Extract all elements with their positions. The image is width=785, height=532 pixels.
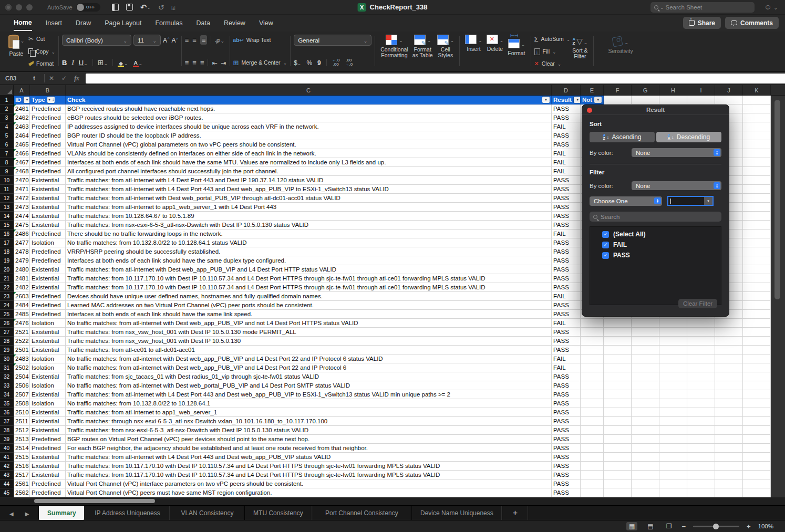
- cell-empty[interactable]: [743, 390, 771, 399]
- column-header-J[interactable]: J: [715, 85, 743, 95]
- copy-button[interactable]: Copy: [28, 47, 55, 56]
- row-number-28[interactable]: 28: [0, 337, 14, 346]
- align-bottom-button[interactable]: [200, 35, 208, 45]
- cell-result[interactable]: PASS: [552, 212, 581, 221]
- cell-result[interactable]: PASS: [552, 381, 581, 390]
- filter-value-combobox[interactable]: [667, 196, 714, 206]
- comma-format-button[interactable]: [317, 58, 321, 67]
- conditional-formatting-button[interactable]: Conditional Formatting: [378, 34, 410, 68]
- cell-type[interactable]: Predefined: [30, 310, 66, 319]
- delete-cells-button[interactable]: Delete: [484, 34, 506, 68]
- cell-id[interactable]: 2504: [14, 372, 30, 381]
- zoom-level[interactable]: 100%: [758, 523, 773, 529]
- cell-empty[interactable]: [659, 426, 687, 435]
- cell-empty[interactable]: [604, 319, 632, 328]
- filter-option-pass[interactable]: PASS: [590, 250, 721, 260]
- cell-result[interactable]: PASS: [552, 462, 581, 471]
- cell-empty[interactable]: [715, 488, 743, 497]
- cell-empty[interactable]: [604, 408, 632, 417]
- row-number-21[interactable]: 21: [0, 274, 14, 283]
- cell-type[interactable]: Predefined: [30, 230, 66, 238]
- cell-result[interactable]: FAIL: [552, 363, 581, 372]
- increase-indent-button[interactable]: [221, 58, 226, 67]
- row-number-36[interactable]: 36: [0, 408, 14, 417]
- cell-check[interactable]: Traffic matches: from 10.117.170.10 with…: [66, 462, 552, 471]
- cell-check[interactable]: Traffic matches: through nsx-esxi-6-5-3_…: [66, 417, 552, 426]
- cell-result[interactable]: PASS: [552, 185, 581, 194]
- cell-empty[interactable]: [743, 337, 771, 346]
- cell-empty[interactable]: [659, 453, 687, 462]
- cell-empty[interactable]: [715, 426, 743, 435]
- filter-dropdown-icon[interactable]: [542, 97, 550, 103]
- cell-empty[interactable]: [659, 346, 687, 354]
- insert-function-icon[interactable]: fx: [74, 75, 79, 82]
- cell-id[interactable]: 2480: [14, 265, 30, 274]
- cell-result[interactable]: PASS: [552, 372, 581, 381]
- save-icon[interactable]: [126, 4, 133, 11]
- close-window-button[interactable]: [5, 4, 12, 11]
- cell-type[interactable]: Isolation: [30, 363, 66, 372]
- cell-id[interactable]: 2510: [14, 408, 30, 417]
- decrease-indent-button[interactable]: [212, 58, 217, 67]
- cell-check[interactable]: IP addresses assigned to device interfac…: [66, 122, 552, 131]
- row-number-18[interactable]: 18: [0, 247, 14, 256]
- cell-empty[interactable]: [604, 399, 632, 408]
- cell-check[interactable]: All configured port channel interfaces s…: [66, 167, 552, 176]
- row-number-1[interactable]: 1: [0, 96, 14, 105]
- cell-result[interactable]: FAIL: [552, 149, 581, 158]
- column-header-A[interactable]: A: [14, 85, 30, 95]
- cell-result[interactable]: PASS: [552, 488, 581, 497]
- cell-id[interactable]: 2483: [14, 354, 30, 363]
- cell-id[interactable]: 2512: [14, 426, 30, 435]
- column-header-D[interactable]: D: [552, 85, 581, 95]
- cell-empty[interactable]: [604, 390, 632, 399]
- cell-empty[interactable]: [604, 426, 632, 435]
- filter-dropdown-icon[interactable]: [594, 97, 602, 103]
- cell-empty[interactable]: [743, 212, 771, 221]
- cell-empty[interactable]: [659, 444, 687, 453]
- cell-type[interactable]: Existential: [30, 212, 66, 221]
- cell-check[interactable]: Traffic matches: from atl-internet to ap…: [66, 408, 552, 417]
- align-left-button[interactable]: [185, 58, 189, 67]
- cell-notes[interactable]: [581, 435, 604, 444]
- cell-empty[interactable]: [687, 390, 715, 399]
- cell-notes[interactable]: [581, 319, 604, 328]
- cell-check[interactable]: Traffic matches: from nsx-esxi-6-5-3_atl…: [66, 426, 552, 435]
- cell-empty[interactable]: [659, 337, 687, 346]
- cell-empty[interactable]: [743, 435, 771, 444]
- number-format-select[interactable]: General: [294, 35, 371, 46]
- cell-empty[interactable]: [659, 435, 687, 444]
- comments-button[interactable]: Comments: [725, 17, 779, 29]
- cell-empty[interactable]: [687, 337, 715, 346]
- header-cell-not[interactable]: Not: [581, 96, 604, 105]
- cell-id[interactable]: 2484: [14, 301, 30, 310]
- cell-check[interactable]: Traffic matches: from atl-internet with …: [66, 194, 552, 203]
- cell-type[interactable]: Predefined: [30, 256, 66, 265]
- name-box-stepper[interactable]: ▲▼: [33, 76, 40, 81]
- cell-id[interactable]: 2515: [14, 453, 30, 462]
- cell-empty[interactable]: [743, 149, 771, 158]
- cell-empty[interactable]: [743, 372, 771, 381]
- normal-view-icon[interactable]: ▦: [626, 522, 637, 530]
- page-layout-view-icon[interactable]: ▤: [645, 522, 656, 530]
- cell-check[interactable]: VRRP/HSRP peering should be successfully…: [66, 247, 552, 256]
- autosum-button[interactable]: AutoSum: [534, 35, 571, 43]
- window-controls[interactable]: [5, 4, 33, 11]
- cell-empty[interactable]: [743, 185, 771, 194]
- cell-result[interactable]: PASS: [552, 203, 581, 212]
- cell-result[interactable]: PASS: [552, 194, 581, 203]
- zoom-out-button[interactable]: [681, 521, 686, 531]
- filter-by-color-select[interactable]: None▲▼: [632, 181, 721, 190]
- cell-result[interactable]: PASS: [552, 426, 581, 435]
- cell-check[interactable]: Interfaces at both ends of each link sho…: [66, 158, 552, 167]
- cell-type[interactable]: Predefined: [30, 158, 66, 167]
- cell-empty[interactable]: [604, 354, 632, 363]
- bold-button[interactable]: B: [62, 59, 67, 67]
- cell-result[interactable]: PASS: [552, 274, 581, 283]
- cell-check[interactable]: Traffic matches: from atl-ce01 to atl-dc…: [66, 346, 552, 354]
- header-cell-id[interactable]: ID: [14, 96, 30, 105]
- cell-check[interactable]: No traffic matches: from atl-internet wi…: [66, 363, 552, 372]
- zoom-in-button[interactable]: [747, 521, 751, 531]
- font-size-select[interactable]: 11: [133, 35, 161, 46]
- cell-type[interactable]: Predefined: [30, 149, 66, 158]
